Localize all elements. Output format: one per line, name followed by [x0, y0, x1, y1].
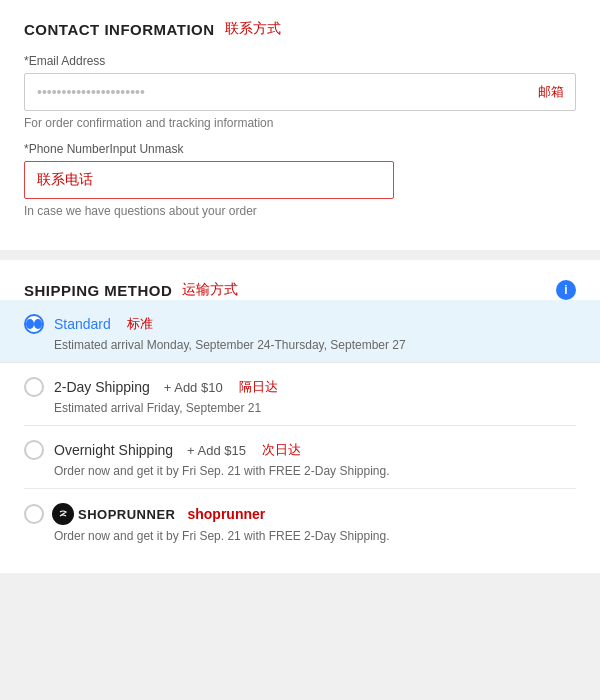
- shipping-title-group: SHIPPING METHOD 运输方式: [24, 281, 238, 299]
- shipping-option-standard[interactable]: Standard 标准 Estimated arrival Monday, Se…: [0, 300, 600, 363]
- email-field-group: *Email Address 邮箱 For order confirmation…: [24, 54, 576, 130]
- email-hint: For order confirmation and tracking info…: [24, 116, 576, 130]
- twoday-name: 2-Day Shipping: [54, 379, 150, 395]
- shipping-option-shoprunner[interactable]: SHOPRUNNER shoprunner Order now and get …: [24, 489, 576, 553]
- overnight-estimate: Order now and get it by Fri Sep. 21 with…: [54, 464, 576, 478]
- shipping-title-cn: 运输方式: [182, 281, 238, 299]
- shipping-option-overnight[interactable]: Overnight Shipping + Add $15 次日达 Order n…: [24, 426, 576, 489]
- standard-estimate: Estimated arrival Monday, September 24-T…: [54, 338, 576, 352]
- shipping-section: SHIPPING METHOD 运输方式 i Standard 标准 Estim…: [0, 260, 600, 573]
- contact-title-cn: 联系方式: [225, 20, 281, 38]
- shoprunner-text: SHOPRUNNER: [78, 507, 175, 522]
- shoprunner-radio[interactable]: [24, 504, 44, 524]
- phone-label: *Phone NumberInput Unmask: [24, 142, 576, 156]
- contact-header: CONTACT INFORMATION 联系方式: [24, 20, 576, 38]
- phone-input[interactable]: [24, 161, 394, 199]
- standard-option-row: Standard 标准: [24, 314, 576, 334]
- email-input-wrapper: 邮箱: [24, 73, 576, 111]
- overnight-option-row: Overnight Shipping + Add $15 次日达: [24, 440, 576, 460]
- overnight-price: + Add $15: [187, 443, 246, 458]
- phone-input-wrapper: [24, 161, 576, 199]
- twoday-option-row: 2-Day Shipping + Add $10 隔日达: [24, 377, 576, 397]
- shoprunner-name-cn: shoprunner: [187, 506, 265, 522]
- phone-field-group: *Phone NumberInput Unmask In case we hav…: [24, 142, 576, 218]
- overnight-name: Overnight Shipping: [54, 442, 173, 458]
- overnight-name-cn: 次日达: [262, 441, 301, 459]
- info-icon[interactable]: i: [556, 280, 576, 300]
- twoday-name-cn: 隔日达: [239, 378, 278, 396]
- shoprunner-option-row: SHOPRUNNER shoprunner: [24, 503, 576, 525]
- standard-name-cn: 标准: [127, 315, 153, 333]
- phone-hint: In case we have questions about your ord…: [24, 204, 576, 218]
- standard-name: Standard: [54, 316, 111, 332]
- shipping-header: SHIPPING METHOD 运输方式 i: [24, 280, 576, 300]
- overnight-radio[interactable]: [24, 440, 44, 460]
- email-input[interactable]: [24, 73, 576, 111]
- shoprunner-logo: SHOPRUNNER: [52, 503, 175, 525]
- contact-title: CONTACT INFORMATION: [24, 21, 215, 38]
- email-cn-label: 邮箱: [538, 83, 564, 101]
- twoday-radio[interactable]: [24, 377, 44, 397]
- email-label: *Email Address: [24, 54, 576, 68]
- shipping-title: SHIPPING METHOD: [24, 282, 172, 299]
- twoday-price: + Add $10: [164, 380, 223, 395]
- shipping-option-twoday[interactable]: 2-Day Shipping + Add $10 隔日达 Estimated a…: [24, 363, 576, 426]
- standard-radio[interactable]: [24, 314, 44, 334]
- twoday-estimate: Estimated arrival Friday, September 21: [54, 401, 576, 415]
- shoprunner-icon: [52, 503, 74, 525]
- shoprunner-estimate: Order now and get it by Fri Sep. 21 with…: [54, 529, 576, 543]
- contact-section: CONTACT INFORMATION 联系方式 *Email Address …: [0, 0, 600, 250]
